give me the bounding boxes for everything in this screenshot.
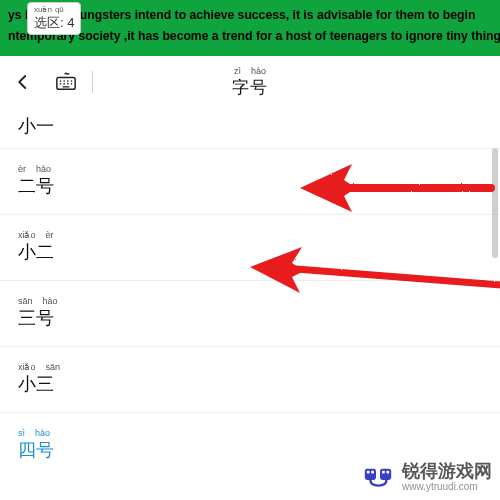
- svg-point-6: [63, 83, 65, 85]
- font-size-picker-panel: zì hào 字号 小一 èrhào 二号 xiǎoèr 小二: [0, 56, 500, 500]
- panel-header: zì hào 字号: [0, 56, 500, 108]
- item-pinyin: sānhào: [18, 296, 482, 306]
- item-label: 三号: [18, 306, 482, 330]
- list-item[interactable]: xiǎoèr 小二: [0, 215, 500, 281]
- watermark: 锐得游戏网 www.ytruudi.com: [364, 459, 492, 492]
- editor-text-banner: xuǎn qū 选区: 4 ys i oungsters intend to a…: [0, 0, 500, 56]
- svg-point-7: [67, 83, 69, 85]
- panel-title: zì hào 字号: [232, 65, 268, 98]
- item-pinyin: èrhào: [18, 164, 482, 174]
- selection-count-badge: xuǎn qū 选区: 4: [27, 2, 81, 35]
- list-item[interactable]: xiǎosān 小三: [0, 347, 500, 413]
- watermark-url: www.ytruudi.com: [402, 481, 478, 492]
- svg-point-4: [71, 80, 73, 82]
- watermark-brand: 锐得游戏网: [402, 459, 492, 483]
- header-divider: [92, 71, 93, 93]
- svg-point-1: [60, 80, 62, 82]
- item-label: 小三: [18, 372, 482, 396]
- svg-point-3: [67, 80, 69, 82]
- svg-point-5: [60, 83, 62, 85]
- svg-rect-19: [386, 470, 389, 473]
- svg-rect-16: [371, 470, 374, 473]
- watermark-logo-icon: [364, 464, 396, 488]
- font-size-list[interactable]: 小一 èrhào 二号 xiǎoèr 小二 sānhào 三号: [0, 108, 500, 479]
- item-label: 二号: [18, 174, 482, 198]
- item-label: 小一: [18, 114, 482, 138]
- svg-rect-14: [365, 468, 376, 479]
- keyboard-button[interactable]: [46, 56, 86, 108]
- back-button[interactable]: [0, 56, 46, 108]
- svg-point-2: [63, 80, 65, 82]
- svg-rect-17: [380, 468, 391, 479]
- keyboard-icon: [55, 71, 77, 93]
- svg-point-8: [71, 83, 73, 85]
- item-pinyin: xiǎosān: [18, 362, 482, 372]
- item-pinyin: xiǎoèr: [18, 230, 482, 240]
- svg-rect-9: [62, 86, 69, 87]
- list-item[interactable]: 小一: [0, 108, 500, 149]
- svg-rect-18: [382, 470, 385, 473]
- svg-rect-15: [367, 470, 370, 473]
- list-item[interactable]: sānhào 三号: [0, 281, 500, 347]
- list-item[interactable]: èrhào 二号: [0, 149, 500, 215]
- chevron-left-icon: [14, 73, 32, 91]
- item-label: 小二: [18, 240, 482, 264]
- item-pinyin: sìhào: [18, 428, 482, 438]
